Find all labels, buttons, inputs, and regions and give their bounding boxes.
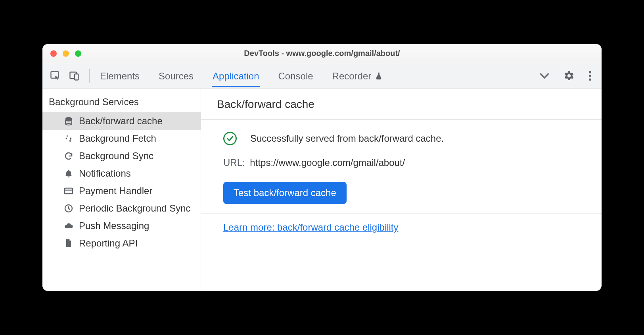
sidebar-section-heading: Background Services — [42, 89, 201, 112]
sidebar-item-background-sync[interactable]: Background Sync — [42, 147, 201, 165]
sidebar-item-label: Periodic Background Sync — [79, 203, 190, 214]
sync-icon — [63, 150, 74, 162]
sidebar-item-label: Notifications — [79, 168, 131, 179]
panel-body: Successfully served from back/forward ca… — [201, 120, 602, 214]
url-value: https://www.google.com/gmail/about/ — [250, 157, 405, 168]
sidebar-item-payment-handler[interactable]: Payment Handler — [42, 182, 201, 200]
sidebar-item-label: Reporting API — [79, 238, 138, 249]
settings-icon[interactable] — [564, 70, 575, 81]
device-toolbar-icon[interactable] — [69, 70, 80, 81]
tab-recorder[interactable]: Recorder — [332, 64, 384, 87]
svg-point-3 — [589, 71, 591, 73]
sidebar-item-label: Background Sync — [79, 150, 153, 162]
panel-title: Back/forward cache — [201, 89, 602, 120]
main-toolbar: Elements Sources Application Console Rec… — [42, 63, 602, 89]
tab-application[interactable]: Application — [212, 64, 260, 87]
tab-console[interactable]: Console — [278, 64, 314, 87]
tab-elements[interactable]: Elements — [99, 64, 140, 87]
titlebar: DevTools - www.google.com/gmail/about/ — [42, 44, 602, 63]
toolbar-divider — [89, 69, 90, 83]
more-tabs-icon[interactable] — [539, 72, 550, 80]
sidebar-item-label: Background Fetch — [79, 133, 156, 144]
status-row: Successfully served from back/forward ca… — [223, 132, 586, 145]
main-panel: Back/forward cache Successfully served f… — [201, 89, 602, 291]
database-icon — [63, 116, 74, 127]
flask-icon — [374, 72, 383, 81]
devtools-window: DevTools - www.google.com/gmail/about/ E… — [42, 44, 602, 291]
svg-point-4 — [589, 75, 591, 77]
sidebar-item-label: Back/forward cache — [79, 116, 163, 127]
sidebar-item-notifications[interactable]: Notifications — [42, 165, 201, 182]
panel-content: Background Services Back/forward cache B… — [42, 89, 602, 291]
test-bfcache-button[interactable]: Test back/forward cache — [223, 182, 347, 204]
sidebar-item-background-fetch[interactable]: Background Fetch — [42, 130, 201, 147]
credit-card-icon — [63, 185, 74, 196]
transfer-arrows-icon — [63, 133, 74, 144]
sidebar-item-label: Push Messaging — [79, 220, 149, 231]
inspect-element-icon[interactable] — [50, 70, 61, 81]
file-icon — [63, 238, 74, 249]
clock-icon — [63, 203, 74, 214]
tab-sources[interactable]: Sources — [158, 64, 194, 87]
application-sidebar: Background Services Back/forward cache B… — [42, 89, 201, 291]
sidebar-item-reporting-api[interactable]: Reporting API — [42, 235, 201, 252]
tab-recorder-label: Recorder — [332, 71, 372, 82]
url-label: URL: — [223, 157, 245, 168]
learn-more-link[interactable]: Learn more: back/forward cache eligibili… — [223, 222, 399, 233]
cloud-icon — [63, 220, 74, 231]
bell-icon — [63, 168, 74, 179]
svg-rect-2 — [75, 74, 78, 80]
sidebar-item-bfcache[interactable]: Back/forward cache — [42, 112, 201, 130]
window-title: DevTools - www.google.com/gmail/about/ — [42, 49, 602, 58]
url-row: URL: https://www.google.com/gmail/about/ — [223, 157, 586, 168]
sidebar-item-push-messaging[interactable]: Push Messaging — [42, 217, 201, 235]
success-check-icon — [223, 132, 237, 145]
svg-rect-7 — [65, 188, 73, 194]
kebab-menu-icon[interactable] — [588, 70, 592, 81]
panel-tabs: Elements Sources Application Console Rec… — [99, 64, 384, 87]
sidebar-item-periodic-bg-sync[interactable]: Periodic Background Sync — [42, 200, 201, 217]
learn-more-row: Learn more: back/forward cache eligibili… — [201, 214, 602, 266]
sidebar-item-label: Payment Handler — [79, 185, 152, 196]
status-text: Successfully served from back/forward ca… — [250, 133, 444, 144]
svg-point-5 — [589, 78, 591, 81]
